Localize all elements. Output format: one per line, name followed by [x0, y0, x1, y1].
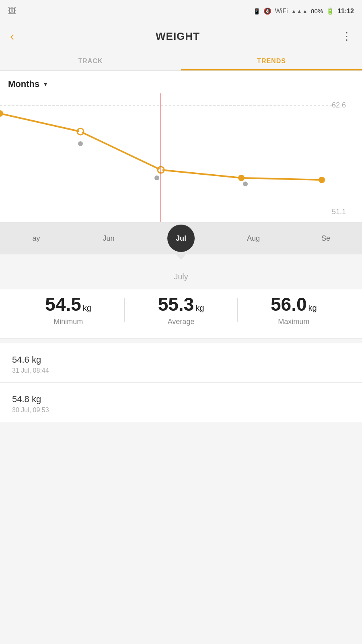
- log-entry-0-weight: 54.6 kg: [12, 355, 350, 365]
- stats-row: 54.5 kg Minimum 55.3 kg Average 56.0 kg …: [0, 289, 362, 339]
- wifi-icon: WiFi: [275, 8, 288, 15]
- stat-maximum-unit: kg: [309, 303, 317, 313]
- stat-average-label: Average: [125, 318, 237, 326]
- more-menu-button[interactable]: ⋮: [339, 28, 354, 45]
- stat-maximum-label: Maximum: [238, 318, 350, 326]
- battery-percentage: 80%: [311, 8, 323, 14]
- status-time: 11:12: [337, 8, 354, 15]
- y-axis-min: 51.1: [332, 208, 346, 216]
- period-selector[interactable]: Months ▼: [0, 71, 362, 93]
- gray-point-aug-low: [243, 182, 248, 186]
- status-bar: 🖼 📱 🔇 WiFi ▲▲▲ 80% 🔋 11:12: [0, 0, 362, 22]
- tab-bar: TRACK TRENDS: [0, 50, 362, 71]
- period-dropdown-arrow: ▼: [43, 81, 48, 87]
- mute-icon: 🔇: [263, 7, 272, 15]
- stat-minimum: 54.5 kg Minimum: [12, 293, 124, 326]
- stat-maximum-value: 56.0: [271, 293, 307, 315]
- status-bar-left: 🖼: [8, 6, 16, 16]
- month-label-aug[interactable]: Aug: [217, 234, 290, 243]
- data-point-jun-inner: [79, 130, 82, 133]
- month-indicator-triangle: [176, 254, 186, 260]
- stat-minimum-unit: kg: [83, 303, 91, 313]
- chart-container: Months ▼ 62.6 51.1: [0, 71, 362, 260]
- month-label-jun[interactable]: Jun: [72, 234, 145, 243]
- data-point-may: [0, 110, 3, 117]
- month-label-sep[interactable]: Se: [290, 234, 362, 243]
- selected-month-label: July: [0, 260, 362, 289]
- log-list: 54.6 kg 31 Jul, 08:44 54.8 kg 30 Jul, 09…: [0, 343, 362, 422]
- stat-average-value: 55.3: [158, 293, 194, 315]
- month-label-may[interactable]: ay: [0, 234, 72, 243]
- battery-icon: 🔋: [326, 7, 334, 15]
- status-bar-right: 📱 🔇 WiFi ▲▲▲ 80% 🔋 11:12: [253, 7, 354, 15]
- stat-minimum-label: Minimum: [12, 318, 124, 326]
- data-point-aug: [238, 175, 245, 181]
- weight-chart: 62.6 51.1: [0, 93, 362, 222]
- log-entry-1-date: 30 Jul, 09:53: [12, 407, 350, 414]
- back-button[interactable]: ‹: [8, 27, 16, 45]
- log-entry-0-date: 31 Jul, 08:44: [12, 367, 350, 374]
- y-axis-max: 62.6: [332, 101, 346, 109]
- month-labels-bar: Jul ay Jun Jul Aug Se: [0, 222, 362, 254]
- gray-point-jun: [78, 141, 83, 146]
- log-entry-1: 54.8 kg 30 Jul, 09:53: [0, 383, 362, 422]
- page-title: WEIGHT: [156, 30, 200, 43]
- tab-track[interactable]: TRACK: [0, 50, 181, 70]
- log-entry-1-weight: 54.8 kg: [12, 394, 350, 405]
- selected-month-circle: Jul: [167, 225, 195, 252]
- gallery-icon: 🖼: [8, 6, 16, 16]
- log-entry-0: 54.6 kg 31 Jul, 08:44: [0, 343, 362, 383]
- stat-maximum: 56.0 kg Maximum: [238, 293, 350, 326]
- data-point-sep: [319, 177, 325, 183]
- gray-point-jul-low: [154, 175, 159, 180]
- stat-average-unit: kg: [195, 303, 204, 313]
- period-label: Months: [8, 79, 39, 89]
- stat-average: 55.3 kg Average: [125, 293, 237, 326]
- tab-trends[interactable]: TRENDS: [181, 50, 362, 70]
- stat-minimum-value: 54.5: [45, 293, 81, 315]
- sim-icon: 📱: [253, 8, 260, 14]
- app-header: ‹ WEIGHT ⋮: [0, 22, 362, 50]
- signal-icon: ▲▲▲: [291, 8, 308, 14]
